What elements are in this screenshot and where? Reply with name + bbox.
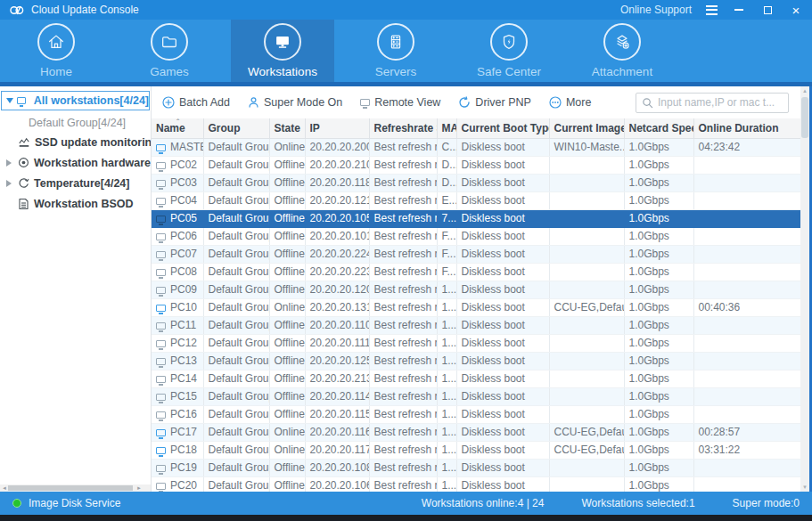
more-button[interactable]: More <box>549 96 591 109</box>
cell-image <box>549 352 624 370</box>
table-row[interactable]: PC16Default GroupOffline20.20.20.115Best… <box>152 405 800 423</box>
table-row[interactable]: PC06Default GroupOffline20.20.20.101Best… <box>152 227 800 245</box>
online-support-link[interactable]: Online Support <box>620 4 692 16</box>
caret-down-icon[interactable] <box>6 98 13 103</box>
col-header-online-duration[interactable]: Online Duration <box>693 118 800 138</box>
home-icon <box>37 23 75 61</box>
search-input[interactable] <box>658 96 783 109</box>
scrollbar-thumb[interactable] <box>8 485 133 491</box>
col-header-current-image[interactable]: Current Image <box>549 118 624 138</box>
cell-refresh: Best refresh r... <box>369 387 437 405</box>
sidebar-item-temperature[interactable]: Temperature[4/24] <box>0 173 151 193</box>
cell-image <box>549 370 624 387</box>
cell-group: Default Group <box>203 191 269 209</box>
col-header-mac[interactable]: MA <box>437 118 456 138</box>
table-row[interactable]: PC09Default GroupOffline20.20.20.120Best… <box>152 281 800 298</box>
table-row[interactable]: PC04Default GroupOffline20.20.20.121Best… <box>152 191 800 209</box>
cell-state: Offline <box>269 316 305 334</box>
table-row[interactable]: PC13Default GroupOffline20.20.20.125Best… <box>152 352 800 370</box>
cell-duration <box>693 334 800 352</box>
cell-group: Default Group <box>203 156 269 174</box>
table-row[interactable]: PC15Default GroupOffline20.20.20.114Best… <box>152 387 800 405</box>
table-row[interactable]: MASTERDefault GroupOnline20.20.20.200Bes… <box>152 138 800 156</box>
caret-right-icon[interactable] <box>6 180 12 187</box>
col-header-refreshrate[interactable]: Refreshrate Set <box>369 118 437 138</box>
cell-duration <box>693 281 800 298</box>
menu-icon[interactable] <box>706 5 718 15</box>
cell-state: Offline <box>269 263 305 281</box>
cell-boot: Diskless boot <box>456 405 549 423</box>
table-row[interactable]: PC19Default GroupOffline20.20.20.108Best… <box>152 459 800 476</box>
cell-mac: 1... <box>437 459 456 476</box>
sidebar-item-all-workstations[interactable]: All workstations[4/24] <box>1 91 150 110</box>
table-row[interactable]: PC14Default GroupOffline20.20.20.213Best… <box>152 370 800 387</box>
sidebar-item-ssd-monitoring[interactable]: SSD update monitoring <box>0 132 151 152</box>
nav-item-workstations[interactable]: Workstations <box>231 20 334 82</box>
nav-item-servers[interactable]: Servers <box>344 20 447 82</box>
cell-image: CCU-EG,Defau... <box>549 441 624 459</box>
table-row[interactable]: PC20Default GroupOffline20.20.20.106Best… <box>152 476 800 492</box>
cell-image <box>549 405 624 423</box>
cell-boot: Diskless boot <box>456 459 549 476</box>
scrollbar-thumb[interactable] <box>801 97 808 138</box>
cell-group: Default Group <box>203 387 269 405</box>
table-row[interactable]: PC08Default GroupOffline20.20.20.223Best… <box>152 263 800 281</box>
cell-boot: Diskless boot <box>456 156 549 174</box>
sidebar-horizontal-scrollbar[interactable]: ◄ ► <box>0 484 151 492</box>
cell-duration <box>693 459 800 476</box>
table-vertical-scrollbar[interactable]: ▲ ▼ <box>800 86 809 492</box>
sidebar-item-hardware-monitoring[interactable]: Workstation hardware mon <box>0 152 151 173</box>
cell-name: PC09 <box>152 281 203 298</box>
caret-right-icon[interactable] <box>6 159 12 167</box>
batch-add-button[interactable]: Batch Add <box>162 96 230 109</box>
nav-item-safe-center[interactable]: Safe Center <box>457 20 561 82</box>
cell-refresh: Best refresh r... <box>369 459 437 476</box>
table-row[interactable]: PC18Default GroupOnline20.20.20.117Best … <box>152 441 800 459</box>
cell-image: CCU-EG,Defau... <box>549 423 624 441</box>
col-header-boot-type[interactable]: Current Boot Type <box>456 118 549 138</box>
cell-state: Offline <box>269 476 305 492</box>
minimize-button[interactable] <box>732 3 746 17</box>
cell-duration <box>693 370 800 387</box>
workstation-icon <box>156 376 166 383</box>
cell-image <box>549 316 624 334</box>
col-header-ip[interactable]: IP <box>305 118 369 138</box>
table-row[interactable]: PC03Default GroupOffline20.20.20.118Best… <box>152 174 800 191</box>
nav-item-games[interactable]: Games <box>118 20 221 82</box>
cell-name: PC18 <box>152 441 203 459</box>
table-row[interactable]: PC02Default GroupOffline20.20.20.210Best… <box>152 156 800 174</box>
workstation-icon <box>156 394 166 401</box>
table-row[interactable]: PC17Default GroupOnline20.20.20.116Best … <box>152 423 800 441</box>
sidebar-item-workstation-bsod[interactable]: Workstation BSOD <box>0 193 151 214</box>
table-row[interactable]: PC11Default GroupOffline20.20.20.110Best… <box>152 316 800 334</box>
cell-image: CCU-EG,Defau... <box>549 298 624 316</box>
driver-pnp-button[interactable]: Driver PNP <box>458 96 531 109</box>
nav-item-attachment[interactable]: Attachment <box>570 20 674 82</box>
table-row[interactable]: PC12Default GroupOffline20.20.20.111Best… <box>152 334 800 352</box>
cell-mac: 1... <box>437 298 456 316</box>
cell-ip: 20.20.20.105 <box>305 209 369 227</box>
super-mode-button[interactable]: Super Mode On <box>248 96 342 109</box>
workstation-icon <box>156 162 166 169</box>
nav-item-home[interactable]: Home <box>4 20 108 82</box>
maximize-button[interactable] <box>760 3 775 17</box>
table-row[interactable]: PC10Default GroupOnline20.20.20.131Best … <box>152 298 800 316</box>
cell-speed: 1.0Gbps <box>624 370 693 387</box>
close-button[interactable]: × <box>789 3 803 17</box>
col-header-netcard-speed[interactable]: Netcard Speed <box>624 118 693 138</box>
cell-refresh: Best refresh r... <box>369 352 437 370</box>
cell-speed: 1.0Gbps <box>624 298 693 316</box>
cell-group: Default Group <box>203 334 269 352</box>
cell-boot: Diskless boot <box>456 316 549 334</box>
sidebar-item-default-group[interactable]: Default Group[4/24] <box>0 114 151 132</box>
titlebar: Cloud Update Console Online Support × <box>0 0 812 20</box>
cell-refresh: Best refresh r... <box>369 138 437 156</box>
remote-view-button[interactable]: Remote View <box>360 96 440 109</box>
col-header-name[interactable]: ˆName <box>152 118 203 138</box>
table-row[interactable]: PC07Default GroupOffline20.20.20.224Best… <box>152 245 800 263</box>
col-header-group[interactable]: Group <box>203 118 269 138</box>
table-row[interactable]: PC05Default GroupOffline20.20.20.105Best… <box>152 209 800 227</box>
search-box[interactable] <box>636 93 789 113</box>
col-header-state[interactable]: State <box>269 118 305 138</box>
cell-refresh: Best refresh r... <box>369 298 437 316</box>
